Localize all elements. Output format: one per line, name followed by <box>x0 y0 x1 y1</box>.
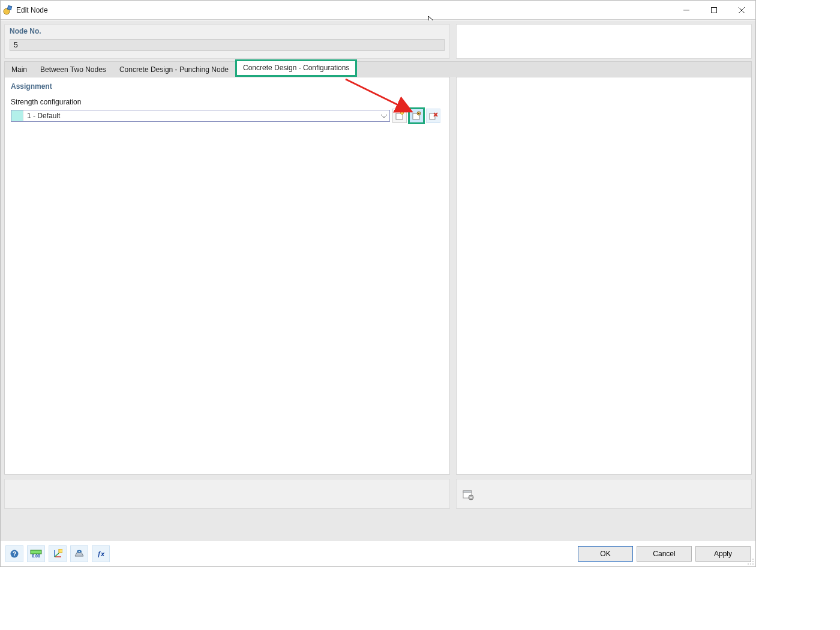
edit-config-icon <box>412 111 421 121</box>
info-bar-right <box>456 479 752 509</box>
tab-concrete-punching[interactable]: Concrete Design - Punching Node <box>113 62 235 77</box>
svg-point-7 <box>401 112 404 115</box>
svg-point-30 <box>752 559 754 560</box>
close-button[interactable] <box>728 1 755 19</box>
fx-icon: ƒx <box>96 549 106 559</box>
info-bar-left <box>4 479 450 509</box>
client-area: Node No. Main Between Two Nodes Concrete… <box>1 20 755 540</box>
view-button[interactable] <box>70 545 88 562</box>
units-icon: 0.00 <box>30 550 42 558</box>
titlebar: Edit Node <box>1 1 755 20</box>
help-icon: ? <box>10 549 19 559</box>
strength-config-value: 1 - Default <box>27 112 60 120</box>
svg-rect-1 <box>7 5 11 10</box>
node-number-group: Node No. <box>4 24 450 59</box>
maximize-icon <box>711 7 717 13</box>
maximize-button[interactable] <box>700 1 728 19</box>
node-number-label: Node No. <box>10 27 445 35</box>
help-button[interactable]: ? <box>5 545 23 562</box>
edit-node-dialog: Edit Node Node No. <box>0 0 756 567</box>
dialog-footer: ? 0.00 ƒx OK Cancel Apply <box>1 540 755 566</box>
preview-panel-top <box>456 24 752 59</box>
svg-rect-16 <box>463 491 472 493</box>
tab-main[interactable]: Main <box>5 62 34 77</box>
svg-text:ƒx: ƒx <box>97 550 105 557</box>
svg-line-25 <box>55 553 59 557</box>
function-button[interactable]: ƒx <box>92 545 110 562</box>
svg-point-31 <box>750 561 751 562</box>
svg-text:0.00: 0.00 <box>32 554 40 558</box>
config-color-swatch <box>11 110 23 121</box>
coord-system-button[interactable] <box>49 545 67 562</box>
window-title: Edit Node <box>16 6 48 14</box>
assignment-panel: Assignment Strength configuration 1 - De… <box>4 77 450 475</box>
edit-config-button[interactable] <box>409 109 424 123</box>
view-settings-button[interactable] <box>463 489 475 501</box>
units-button[interactable]: 0.00 <box>27 545 45 562</box>
app-icon <box>3 5 13 15</box>
axes-icon <box>53 549 62 559</box>
resize-grip-icon[interactable] <box>747 558 754 565</box>
preview-3d-panel <box>456 77 752 475</box>
strength-config-dropdown[interactable]: 1 - Default <box>11 110 390 122</box>
new-config-icon <box>395 111 404 121</box>
svg-point-28 <box>79 551 80 552</box>
svg-rect-26 <box>59 549 62 553</box>
assignment-heading: Assignment <box>11 82 443 91</box>
delete-config-icon <box>428 111 438 121</box>
node-number-input[interactable] <box>10 39 445 51</box>
minimize-icon <box>683 7 689 13</box>
svg-rect-3 <box>712 7 717 13</box>
apply-button[interactable]: Apply <box>695 546 751 562</box>
svg-point-32 <box>752 561 754 562</box>
new-config-button[interactable] <box>392 109 407 123</box>
tab-between-two-nodes[interactable]: Between Two Nodes <box>34 62 113 77</box>
tab-concrete-configurations[interactable]: Concrete Design - Configurations <box>235 59 357 77</box>
cancel-button[interactable]: Cancel <box>637 546 692 562</box>
svg-rect-10 <box>418 113 419 114</box>
strength-config-label: Strength configuration <box>11 98 443 106</box>
delete-config-button[interactable] <box>426 109 440 123</box>
tab-bar: Main Between Two Nodes Concrete Design -… <box>4 61 752 77</box>
eye-plane-icon <box>74 549 84 559</box>
svg-point-35 <box>752 563 754 565</box>
minimize-button[interactable] <box>673 1 700 19</box>
chevron-down-icon <box>381 112 387 120</box>
svg-point-33 <box>748 563 749 565</box>
svg-point-34 <box>750 563 751 565</box>
gear-window-icon <box>463 489 475 501</box>
svg-point-18 <box>470 497 472 499</box>
ok-button[interactable]: OK <box>578 546 633 562</box>
svg-text:?: ? <box>13 551 16 557</box>
close-icon <box>739 7 745 13</box>
